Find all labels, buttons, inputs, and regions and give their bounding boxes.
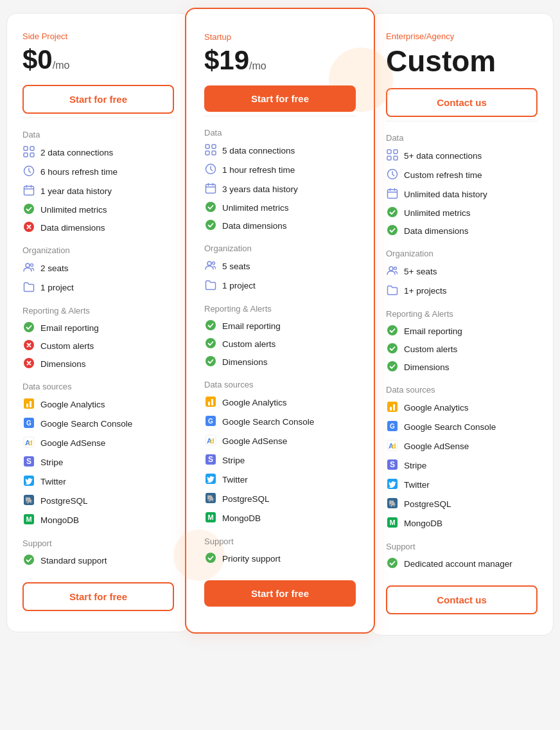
folder-icon	[204, 279, 217, 292]
svg-rect-5	[24, 186, 34, 195]
feature-text: Twitter	[40, 477, 66, 486]
svg-point-10	[24, 322, 34, 332]
feature-item: Dimensions	[22, 358, 174, 370]
feature-text: Data dimensions	[222, 221, 287, 231]
feature-item: Custom alerts	[386, 343, 538, 355]
feature-text: PostgreSQL	[404, 499, 451, 509]
feature-item: GGoogle Search Console	[22, 417, 174, 431]
feature-item: Email reporting	[204, 320, 356, 332]
feature-item: Custom alerts	[22, 340, 174, 352]
feature-item: 1 project	[22, 281, 174, 294]
stripe-icon: S	[386, 459, 399, 472]
feature-text: 3 years data history	[222, 184, 298, 194]
check-icon	[386, 325, 399, 337]
feature-item: 1+ projects	[386, 284, 538, 298]
cta-bottom-button[interactable]: Contact us	[386, 585, 538, 614]
section-heading-support: Support	[386, 542, 538, 551]
feature-item: 5 seats	[204, 260, 356, 273]
calendar-icon	[204, 182, 217, 196]
feature-text: Google AdSense	[222, 436, 287, 446]
section-heading-organization: Organization	[22, 245, 174, 255]
svg-point-36	[206, 220, 216, 230]
feature-item: Dimensions	[386, 361, 538, 373]
feature-item: Dedicated account manager	[386, 558, 538, 570]
svg-point-41	[206, 356, 216, 366]
cta-bottom-button[interactable]: Start for free	[22, 582, 174, 611]
postgresql-icon: 🐘	[22, 494, 35, 508]
feature-text: 1+ projects	[404, 286, 446, 296]
feature-text: 5+ seats	[404, 267, 437, 276]
plan-price: $0/mo	[22, 45, 174, 75]
svg-point-70	[387, 361, 398, 371]
svg-point-39	[206, 320, 216, 330]
feature-text: Custom alerts	[404, 344, 457, 354]
svg-point-69	[387, 343, 398, 353]
feature-text: 1 project	[222, 281, 256, 290]
feature-item: Email reporting	[22, 322, 174, 334]
svg-text:d: d	[28, 439, 33, 447]
feature-text: MongoDB	[404, 519, 442, 528]
feature-item: Standard support	[22, 555, 174, 567]
plan-price: Custom	[386, 45, 538, 78]
feature-text: 5 data connections	[222, 146, 295, 156]
svg-rect-43	[208, 402, 210, 405]
feature-text: Unlimited metrics	[40, 205, 107, 215]
check-icon	[204, 320, 217, 332]
cta-top-button[interactable]: Start for free	[204, 85, 356, 112]
feature-text: 2 data connections	[40, 148, 113, 157]
data-icon	[386, 149, 399, 163]
feature-item: Data dimensions	[22, 222, 174, 234]
svg-rect-0	[24, 147, 28, 150]
clock-icon	[22, 165, 35, 179]
section-heading-reporting--alerts: Reporting & Alerts	[22, 306, 174, 316]
svg-rect-29	[206, 145, 209, 148]
divider-top	[22, 118, 174, 118]
feature-text: Dimensions	[222, 357, 268, 367]
feature-item: Email reporting	[386, 325, 538, 337]
svg-rect-34	[206, 184, 216, 193]
cross-icon	[22, 340, 35, 352]
feature-text: 2 seats	[40, 263, 69, 273]
feature-item: SStripe	[204, 454, 356, 467]
feature-text: Google Analytics	[404, 403, 469, 413]
feature-item: Unlimited metrics	[22, 204, 174, 216]
mongodb-icon: M	[386, 517, 399, 530]
stripe-icon: S	[22, 456, 35, 469]
svg-text:S: S	[390, 460, 395, 469]
cross-icon	[22, 358, 35, 370]
feature-item: 5+ data connections	[386, 149, 538, 163]
people-icon	[22, 262, 35, 275]
svg-text:M: M	[26, 515, 31, 523]
feature-item: 1 hour refresh time	[204, 163, 356, 177]
feature-item: MMongoDB	[22, 513, 174, 527]
svg-point-38	[213, 262, 215, 265]
feature-text: PostgreSQL	[222, 494, 270, 504]
plan-card-side-project: Side Project $0/mo Start for free Data2 …	[6, 13, 190, 632]
feature-item: Google Analytics	[386, 401, 538, 414]
svg-point-28	[24, 555, 34, 565]
feature-item: GGoogle Search Console	[386, 420, 538, 434]
svg-rect-58	[387, 150, 391, 154]
feature-text: Stripe	[222, 456, 245, 465]
check-icon	[22, 322, 35, 334]
cta-top-button[interactable]: Start for free	[22, 85, 174, 114]
ga-icon	[204, 396, 217, 409]
feature-item: Data dimensions	[204, 220, 356, 232]
feature-item: 5 data connections	[204, 144, 356, 157]
feature-item: 1 year data history	[22, 184, 174, 198]
svg-rect-3	[30, 153, 34, 157]
feature-text: Custom alerts	[222, 339, 276, 349]
feature-text: 5 seats	[222, 262, 250, 271]
twitter-icon	[204, 473, 217, 486]
mongodb-icon: M	[22, 513, 35, 527]
section-heading-organization: Organization	[204, 244, 356, 253]
svg-point-6	[24, 204, 34, 214]
feature-item: Unlimited metrics	[204, 202, 356, 214]
people-icon	[204, 260, 217, 273]
feature-text: Email reporting	[404, 326, 462, 336]
svg-rect-15	[30, 401, 31, 407]
cta-bottom-button[interactable]: Start for free	[204, 580, 356, 607]
bottom-cta-wrap: Start for free	[22, 582, 174, 611]
cta-top-button[interactable]: Contact us	[386, 88, 538, 117]
section-heading-reporting--alerts: Reporting & Alerts	[386, 309, 538, 319]
